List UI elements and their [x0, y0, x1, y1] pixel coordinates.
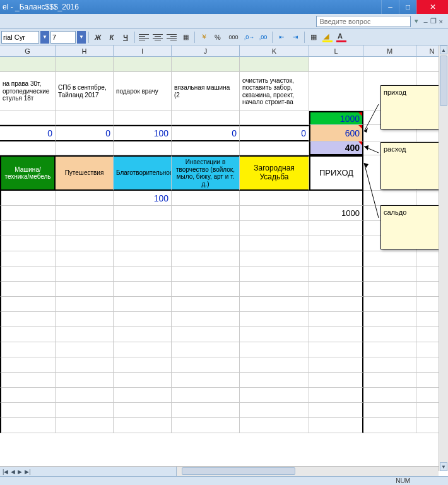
- cell[interactable]: [0, 191, 56, 206]
- cat-investment[interactable]: Инвестиции в творчество (войлок, мыло, б…: [172, 155, 240, 191]
- cell[interactable]: [309, 191, 363, 206]
- cell[interactable]: [240, 266, 309, 282]
- cell[interactable]: [172, 418, 240, 433]
- font-size-box[interactable]: 7: [50, 31, 76, 44]
- mdi-restore[interactable]: ❐: [430, 17, 437, 25]
- col-header-J[interactable]: J: [172, 45, 240, 56]
- percent-button[interactable]: %: [211, 31, 224, 44]
- cell[interactable]: [363, 342, 416, 357]
- cell[interactable]: [240, 388, 309, 403]
- cell[interactable]: [240, 141, 309, 155]
- cell[interactable]: [309, 251, 363, 266]
- cell[interactable]: [309, 221, 363, 236]
- cell[interactable]: [114, 297, 172, 312]
- cell[interactable]: [309, 266, 363, 282]
- cell[interactable]: [0, 221, 56, 236]
- col-header-H[interactable]: H: [56, 45, 114, 56]
- cell[interactable]: [56, 111, 114, 125]
- cell[interactable]: [56, 206, 114, 221]
- cell[interactable]: [0, 251, 56, 266]
- cell[interactable]: [56, 191, 114, 206]
- cell[interactable]: [114, 236, 172, 251]
- borders-button[interactable]: ▦: [307, 31, 320, 44]
- cell[interactable]: [0, 373, 56, 388]
- cell[interactable]: [363, 357, 416, 373]
- mdi-minimize[interactable]: –: [423, 18, 427, 25]
- bold-button[interactable]: Ж: [91, 31, 104, 44]
- cell[interactable]: [363, 327, 416, 342]
- cell[interactable]: [172, 221, 240, 236]
- cell[interactable]: [363, 191, 416, 206]
- cell[interactable]: [172, 191, 240, 206]
- cell[interactable]: [240, 221, 309, 236]
- cell[interactable]: [240, 57, 309, 72]
- cell[interactable]: [363, 266, 416, 282]
- hscroll-thumb[interactable]: [182, 467, 295, 475]
- merge-center-button[interactable]: ▦: [179, 31, 192, 44]
- font-color-button[interactable]: А: [335, 31, 348, 44]
- cell[interactable]: [56, 403, 114, 418]
- cell-desc-K[interactable]: очистить участок, поставить забор, скваж…: [240, 72, 309, 111]
- cell-expense-H[interactable]: 0: [56, 125, 114, 141]
- cell[interactable]: [0, 357, 56, 373]
- cell[interactable]: [363, 403, 416, 418]
- col-header-G[interactable]: G: [0, 45, 56, 56]
- cell-val-I[interactable]: 100: [114, 191, 172, 206]
- minimize-button[interactable]: –: [381, 0, 399, 14]
- cell[interactable]: [363, 251, 416, 266]
- cell[interactable]: [172, 388, 240, 403]
- currency-button[interactable]: ￥: [197, 31, 210, 44]
- hscroll-track[interactable]: [177, 467, 439, 476]
- cell[interactable]: [56, 221, 114, 236]
- horizontal-scrollbar[interactable]: |◀ ◀ ▶ ▶|: [0, 466, 439, 476]
- cell[interactable]: [0, 327, 56, 342]
- decrease-decimal-button[interactable]: ,00: [257, 31, 269, 44]
- cell[interactable]: [172, 373, 240, 388]
- cell[interactable]: [309, 342, 363, 357]
- cell[interactable]: [309, 373, 363, 388]
- cell[interactable]: [114, 141, 172, 155]
- comment-note-income[interactable]: приход: [380, 85, 440, 129]
- cat-estate[interactable]: Загородная Усадьба: [240, 155, 309, 191]
- scroll-down-arrow[interactable]: ▼: [440, 462, 447, 471]
- cell[interactable]: [309, 72, 363, 111]
- help-question-input[interactable]: [316, 16, 411, 27]
- cell-total-L[interactable]: 1000: [309, 206, 363, 221]
- cell[interactable]: [56, 57, 114, 72]
- cell[interactable]: [172, 266, 240, 282]
- cell[interactable]: [240, 357, 309, 373]
- cell[interactable]: [114, 403, 172, 418]
- sheet-tab-nav[interactable]: |◀ ◀ ▶ ▶|: [0, 467, 177, 476]
- col-header-I[interactable]: I: [114, 45, 172, 56]
- scroll-thumb[interactable]: [440, 56, 447, 106]
- cell[interactable]: [56, 282, 114, 297]
- comment-note-saldo[interactable]: сальдо: [380, 205, 440, 249]
- comma-style-button[interactable]: 000: [225, 31, 242, 44]
- cell[interactable]: [309, 236, 363, 251]
- cell[interactable]: [240, 191, 309, 206]
- cell-expense-total[interactable]: 600: [309, 125, 363, 141]
- cell[interactable]: [114, 111, 172, 125]
- cell[interactable]: [0, 418, 56, 433]
- cell[interactable]: [0, 206, 56, 221]
- cell[interactable]: [172, 312, 240, 327]
- cell[interactable]: [172, 251, 240, 266]
- cell[interactable]: [172, 297, 240, 312]
- scroll-up-arrow[interactable]: ▲: [440, 45, 447, 54]
- size-dropdown-arrow[interactable]: ▼: [77, 31, 86, 44]
- cell[interactable]: [114, 221, 172, 236]
- col-header-M[interactable]: M: [363, 45, 416, 56]
- font-dropdown-arrow[interactable]: ▼: [40, 31, 49, 44]
- cell[interactable]: [172, 342, 240, 357]
- cell[interactable]: [172, 357, 240, 373]
- cell[interactable]: [114, 327, 172, 342]
- cell[interactable]: [309, 357, 363, 373]
- cell[interactable]: [240, 418, 309, 433]
- cell[interactable]: [240, 236, 309, 251]
- cell[interactable]: [114, 388, 172, 403]
- cell[interactable]: [114, 418, 172, 433]
- cell[interactable]: [172, 111, 240, 125]
- align-center-button[interactable]: [151, 31, 164, 44]
- cell[interactable]: [0, 312, 56, 327]
- cell[interactable]: [240, 373, 309, 388]
